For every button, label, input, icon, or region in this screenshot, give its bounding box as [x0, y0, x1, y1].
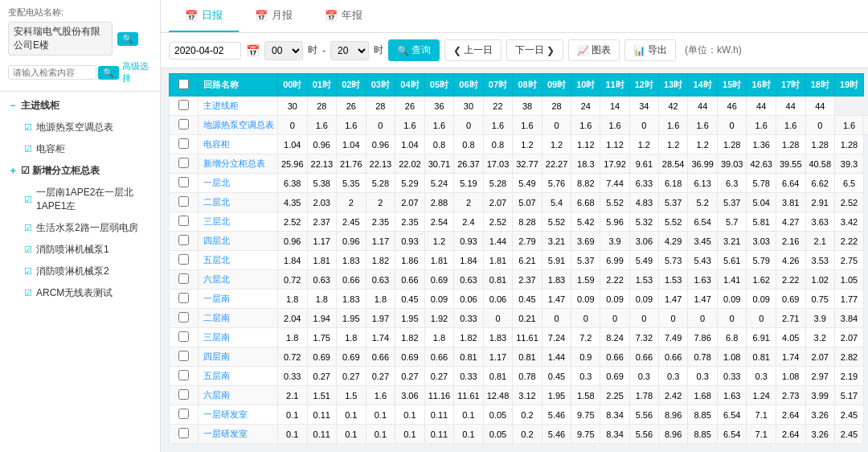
row-value-cell: 1.17: [307, 232, 337, 251]
row-checkbox[interactable]: [178, 158, 189, 168]
row-name-link[interactable]: 六层南: [203, 390, 230, 400]
row-value-cell: 1.6: [483, 116, 513, 135]
row-name-link[interactable]: 地源热泵空调总表: [203, 120, 274, 129]
hour-start-select[interactable]: 00010203: [264, 41, 303, 60]
row-checkbox[interactable]: [178, 138, 189, 149]
row-checkbox[interactable]: [178, 331, 189, 342]
row-name-link[interactable]: 五层北: [203, 255, 230, 265]
row-name-link[interactable]: 一层研发室: [203, 429, 248, 438]
tree-item-arcm[interactable]: ☑ ARCM无线表测试: [16, 282, 160, 304]
row-checkbox[interactable]: [178, 235, 189, 245]
row-checkbox[interactable]: [178, 370, 189, 380]
tab-monthly[interactable]: 📅 月报: [239, 0, 309, 32]
row-name-link[interactable]: 四层南: [203, 351, 230, 361]
row-value-cell: 3.21: [717, 232, 747, 251]
row-value-cell: 1.2: [542, 135, 571, 154]
row-value-cell: 5.35: [337, 174, 366, 193]
tree-item-ele-cabinet[interactable]: ☑ 电容柜: [16, 138, 160, 160]
next-day-button[interactable]: 下一日 ❯: [506, 39, 563, 61]
row-checkbox[interactable]: [178, 196, 189, 207]
row-value-cell: 2.22: [600, 270, 630, 290]
chart-button[interactable]: 📈 图表: [568, 39, 620, 61]
row-value-cell: 3.06: [629, 232, 658, 251]
row-value-cell: 0.63: [366, 270, 395, 290]
row-value-cell: 2.22: [835, 232, 864, 251]
row-name-link[interactable]: 一层研发室: [203, 409, 248, 419]
prev-day-button[interactable]: ❮ 上一日: [444, 39, 502, 61]
row-name-link[interactable]: 二层北: [203, 197, 230, 207]
row-checkbox[interactable]: [178, 119, 189, 129]
row-checkbox[interactable]: [178, 409, 189, 419]
tab-daily[interactable]: 📅 日报: [169, 0, 239, 32]
row-name-link[interactable]: 五层南: [203, 371, 230, 380]
row-name-link[interactable]: 电容柜: [203, 139, 230, 149]
row-value-cell: 6.62: [805, 174, 835, 193]
row-name-link[interactable]: 三层北: [203, 216, 230, 226]
row-value-cell: 3.9: [600, 232, 630, 251]
date-input[interactable]: [169, 42, 241, 60]
th-09: 09时: [542, 74, 571, 97]
row-value-cell: 2.25: [600, 386, 630, 405]
row-value-cell: 0.8: [424, 135, 454, 154]
row-value-cell: 2.45: [835, 425, 864, 444]
checkbox-icon: ☑: [24, 122, 32, 133]
row-value-cell: 44: [688, 97, 718, 116]
row-name-link[interactable]: 新增分立柜总表: [203, 158, 265, 168]
table-row: 主进线柜302826282636302238282414344244464444…: [170, 97, 869, 116]
table-row: 一层研发室0.10.110.10.10.10.110.10.050.25.469…: [170, 405, 869, 425]
row-checkbox[interactable]: [178, 273, 189, 284]
export-button[interactable]: 📊 导出: [624, 39, 676, 61]
search-button[interactable]: 🔍: [98, 66, 119, 80]
row-value-cell: 1.83: [542, 270, 571, 290]
row-name-link[interactable]: 三层南: [203, 332, 230, 342]
station-search-button[interactable]: 🔍: [117, 32, 138, 46]
search-input[interactable]: [8, 65, 96, 80]
row-name-link[interactable]: 一层南: [203, 294, 230, 303]
row-checkbox[interactable]: [178, 389, 189, 400]
tree-item-fire-pump2[interactable]: ☑ 消防喷淋机械泵2: [16, 261, 160, 282]
tree-group-sub[interactable]: ＋ ☑ 新增分立柜总表: [0, 160, 160, 182]
row-value-cell: 2.19: [835, 367, 864, 386]
row-checkbox[interactable]: [178, 428, 189, 438]
tree-group-main-line[interactable]: － 主进线柜: [0, 95, 160, 117]
checkbox-icon: ☑: [24, 223, 32, 233]
tree-item-1f[interactable]: ☑ 一层南1APE2在一层北1APE1左: [16, 182, 160, 217]
row-value-cell: 3.21: [542, 232, 571, 251]
row-value-cell: 1.04: [337, 135, 366, 154]
row-checkbox[interactable]: [178, 177, 189, 187]
row-name-link[interactable]: 一层北: [203, 178, 230, 187]
tree-item-life-pump[interactable]: ☑ 生活水泵2路一层弱电房: [16, 217, 160, 239]
checkbox-icon: ☑: [24, 195, 32, 205]
row-checkbox[interactable]: [178, 351, 189, 361]
tab-yearly[interactable]: 📅 年报: [309, 0, 379, 32]
row-name-cell: 二层北: [199, 193, 278, 212]
row-name-link[interactable]: 二层南: [203, 313, 230, 323]
row-checkbox[interactable]: [178, 293, 189, 303]
row-checkbox[interactable]: [178, 254, 189, 265]
hour-label: 时: [308, 43, 317, 57]
tree-item-fire-pump1[interactable]: ☑ 消防喷淋机械泵1: [16, 239, 160, 261]
row-checkbox[interactable]: [178, 216, 189, 226]
row-name-link[interactable]: 四层北: [203, 236, 230, 245]
row-checkbox[interactable]: [178, 312, 189, 323]
export-label: 导出: [648, 43, 667, 57]
row-value-cell: 5.91: [542, 251, 571, 270]
tree-item-ground-heat[interactable]: ☑ 地源热泵空调总表: [16, 117, 160, 138]
row-value-cell: 5.28: [483, 174, 513, 193]
table-row: 五层南0.330.270.270.270.270.270.330.810.780…: [170, 367, 869, 386]
select-all-checkbox[interactable]: [178, 79, 189, 89]
query-button[interactable]: 🔍 查询: [388, 39, 440, 61]
advanced-filter-button[interactable]: 高级选择: [122, 60, 152, 84]
row-value-cell: 1.47: [658, 290, 688, 309]
row-name-link[interactable]: 主进线柜: [203, 101, 239, 110]
row-value-cell: 0.3: [629, 367, 658, 386]
row-value-cell: 1.2: [688, 135, 718, 154]
row-value-cell: 39.55: [776, 154, 805, 174]
row-name-link[interactable]: 六层北: [203, 274, 230, 284]
row-name-cell: 五层北: [199, 251, 278, 270]
row-value-cell: 1.94: [307, 309, 337, 328]
hour-end-select[interactable]: 20212223: [330, 41, 369, 60]
row-checkbox-cell: [170, 290, 199, 309]
row-checkbox[interactable]: [178, 100, 189, 110]
row-value-cell: 0.33: [717, 367, 747, 386]
